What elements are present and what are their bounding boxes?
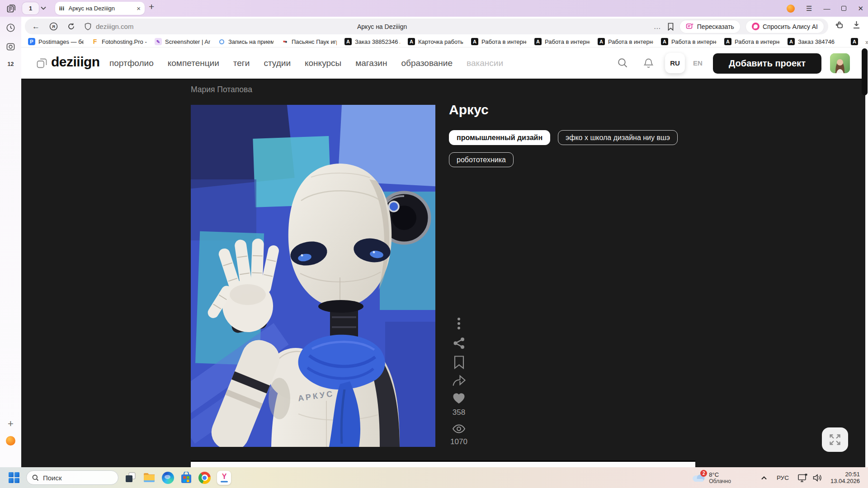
tray-time: 20:51 <box>830 471 860 478</box>
save-bookmark-icon[interactable] <box>454 356 464 369</box>
more-icon[interactable]: … <box>654 23 661 31</box>
bookmark-item[interactable]: AЗаказ 38852346 / <box>344 38 401 45</box>
project-actions: 358 1070 <box>448 314 469 446</box>
bookmark-item[interactable]: AРабота в интерне <box>661 38 717 45</box>
weather-widget[interactable]: 2 8°C Облачно <box>692 471 731 484</box>
url-text[interactable]: deziiign.com <box>96 23 133 30</box>
tag-industrial-design[interactable]: промышленный дизайн <box>449 130 550 145</box>
tray-date: 13.04.2026 <box>830 478 860 484</box>
bookmarks-overflow-icon[interactable]: » <box>865 38 868 46</box>
ask-alice-button[interactable]: Спросить Алису AI <box>746 20 824 33</box>
ms-store-icon[interactable] <box>180 472 192 484</box>
bookmark-item[interactable]: ✎Screenshoter | An <box>155 38 211 45</box>
bookmark-item[interactable]: AРабота в интерне <box>598 38 654 45</box>
browser-tab[interactable]: iii Аркус на Deziiign × <box>55 2 145 15</box>
heart-icon[interactable] <box>453 392 465 404</box>
tag-robotics[interactable]: робототехника <box>449 152 514 167</box>
bookmark-item[interactable]: ♥♠Пасьянс Паук игр <box>281 38 337 45</box>
tag-efko-hse[interactable]: эфко х школа дизайна ниу вшэ <box>558 130 678 145</box>
bell-icon[interactable] <box>643 47 654 79</box>
shield-icon[interactable] <box>85 23 91 30</box>
nav-store[interactable]: магазин <box>355 58 387 68</box>
task-view-icon[interactable] <box>125 472 137 483</box>
sidebar-counter[interactable]: 12 <box>0 61 21 67</box>
search-icon <box>32 474 39 481</box>
screen: 1 iii Аркус на Deziiign × + ☰ — ✕ ← Я <box>0 0 868 488</box>
back-icon[interactable]: ← <box>32 22 40 31</box>
lang-en-button[interactable]: EN <box>693 47 703 79</box>
nav-competencies[interactable]: компетенции <box>168 58 219 68</box>
lang-ru-button[interactable]: RU <box>665 53 685 73</box>
search-icon[interactable] <box>617 47 628 79</box>
nav-contests[interactable]: конкурсы <box>305 58 341 68</box>
avito-icon: A <box>851 38 858 45</box>
bookmark-item[interactable]: AРабота в интерне <box>534 38 590 45</box>
yandex-search-icon[interactable]: Я <box>49 22 58 31</box>
bookmark-item[interactable]: FFotohosting.Pro - <box>91 38 147 45</box>
nav-portfolio[interactable]: портфолио <box>109 58 154 68</box>
weather-temp: 8°C <box>709 471 731 478</box>
bookmark-item[interactable]: AЗаказ 384746 <box>788 38 844 45</box>
camera-icon[interactable] <box>0 42 21 52</box>
sidebar-panels-icon[interactable] <box>6 3 16 14</box>
tray-chevron-up-icon[interactable] <box>761 476 767 480</box>
project-artwork[interactable]: АРКУС <box>191 105 435 447</box>
address-bar[interactable]: ← Я deziiign.com Аркус на Deziiign … <box>25 19 828 34</box>
menu-icon[interactable]: ☰ <box>806 5 812 13</box>
refresh-icon[interactable] <box>67 23 75 30</box>
extensions-icon[interactable] <box>835 20 844 30</box>
sidebar-add-button[interactable]: + <box>0 418 21 430</box>
chevron-down-icon[interactable] <box>41 6 46 10</box>
orange-app-icon[interactable] <box>0 436 21 446</box>
taskbar-search[interactable]: Поиск <box>26 470 118 485</box>
start-button[interactable] <box>8 472 20 483</box>
svg-text:Я: Я <box>52 24 55 29</box>
deziiign-logo-icon[interactable] <box>36 57 48 69</box>
nav-tags[interactable]: теги <box>233 58 250 68</box>
nav-vacancies[interactable]: вакансии <box>467 58 503 68</box>
yandex-browser-icon[interactable]: Y <box>217 471 231 485</box>
browser-sidebar: 12 + <box>0 17 21 467</box>
network-icon[interactable] <box>797 473 808 483</box>
site-header: deziiign портфолио компетенции теги студ… <box>21 47 868 80</box>
bookmark-flag-icon[interactable] <box>667 23 674 31</box>
bookmark-item[interactable]: AРабота в интерне <box>471 38 527 45</box>
scrollbar-track[interactable] <box>865 47 868 467</box>
add-project-button[interactable]: Добавить проект <box>713 53 821 74</box>
minimize-button[interactable]: — <box>823 5 830 12</box>
tray-clock[interactable]: 20:51 13.04.2026 <box>830 471 860 484</box>
new-tab-button[interactable]: + <box>149 1 154 12</box>
bookmark-item[interactable]: AРабота в интерне <box>724 38 780 45</box>
bookmark-item[interactable]: A <box>851 38 860 45</box>
maximize-button[interactable] <box>841 6 846 11</box>
fullscreen-button[interactable] <box>822 427 848 452</box>
repost-icon[interactable] <box>452 374 466 387</box>
share-icon[interactable] <box>453 337 465 349</box>
tab-counter[interactable]: 1 <box>22 2 39 14</box>
more-dots-icon[interactable] <box>458 317 460 330</box>
tab-close-icon[interactable]: × <box>137 5 141 12</box>
site-logo[interactable]: deziiign <box>51 54 100 70</box>
nav-studios[interactable]: студии <box>264 58 291 68</box>
nav-education[interactable]: образование <box>401 58 453 68</box>
close-window-button[interactable]: ✕ <box>858 5 863 13</box>
tray-language[interactable]: РУС <box>777 474 789 481</box>
scrollbar-thumb[interactable] <box>862 48 868 95</box>
project-author[interactable]: Мария Потапова <box>191 85 252 94</box>
downloads-icon[interactable] <box>852 20 861 29</box>
avito-icon: A <box>788 38 795 45</box>
bookmark-item[interactable]: AКарточка работы <box>408 38 464 45</box>
bookmark-item[interactable]: PPostimages — бес <box>28 38 84 45</box>
fotohosting-icon: F <box>91 38 99 45</box>
chrome-icon[interactable] <box>198 472 211 484</box>
profile-orange-icon[interactable] <box>787 5 795 13</box>
avito-icon: A <box>344 38 352 45</box>
avatar[interactable] <box>830 53 850 73</box>
retell-button[interactable]: Пересказать <box>680 20 740 33</box>
bookmark-item[interactable]: Запись на прием <box>218 38 274 45</box>
volume-icon[interactable] <box>812 474 822 482</box>
edge-icon[interactable] <box>162 472 174 484</box>
clock-history-icon[interactable] <box>0 23 21 33</box>
file-explorer-icon[interactable] <box>143 472 156 483</box>
project-title: Аркус <box>449 102 489 117</box>
